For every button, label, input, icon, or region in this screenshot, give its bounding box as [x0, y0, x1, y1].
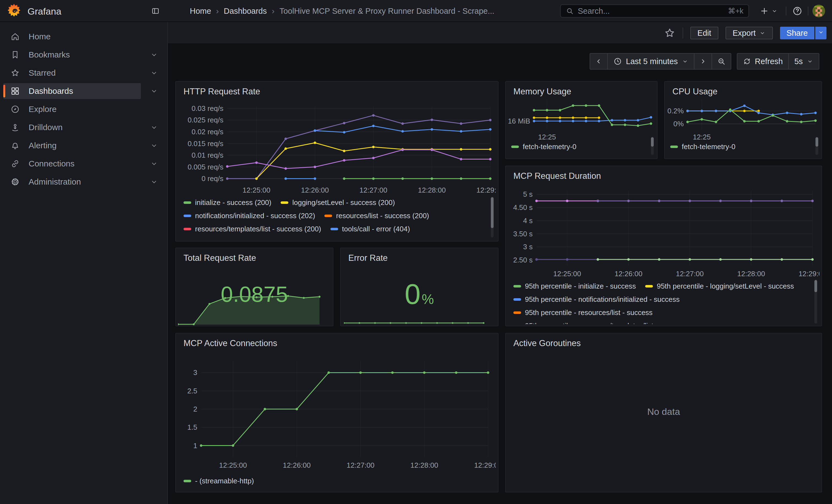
- legend-item[interactable]: 95th percentile - logging/setLevel - suc…: [645, 282, 794, 291]
- legend-item[interactable]: 95th percentile - initialize - success: [513, 282, 636, 291]
- panel-title[interactable]: Error Rate: [348, 253, 388, 263]
- chevron-down-icon[interactable]: [141, 87, 167, 95]
- panel-error-rate: Error Rate 0%: [340, 247, 498, 326]
- sidebar-item-label: Drilldown: [29, 123, 62, 132]
- time-back-button[interactable]: [590, 53, 608, 70]
- svg-text:0.2%: 0.2%: [668, 107, 684, 115]
- legend-item[interactable]: 95th percentile - notifications/initiali…: [513, 295, 680, 304]
- plus-icon: [760, 6, 769, 16]
- legend-item[interactable]: 95th percentile - resources/templates/li…: [513, 322, 686, 324]
- divider: [808, 7, 808, 16]
- sidebar-item-connections[interactable]: Connections: [0, 155, 167, 173]
- clock-icon: [613, 57, 622, 66]
- panel-title[interactable]: CPU Usage: [672, 87, 718, 97]
- sidebar-toggle-button[interactable]: [150, 5, 161, 17]
- panel-title[interactable]: Total Request Rate: [183, 253, 256, 263]
- http-request-rate-chart: 0 req/s0.005 req/s0.01 req/s0.015 req/s0…: [179, 104, 496, 194]
- legend-label: resources/list - success (200): [336, 212, 429, 220]
- sidebar-item-alerting[interactable]: Alerting: [0, 136, 167, 155]
- legend-item[interactable]: 95th percentile - resources/list - succe…: [513, 309, 653, 317]
- legend-item[interactable]: resources/templates/list - success (200): [183, 225, 321, 233]
- share-menu-caret[interactable]: [814, 27, 827, 39]
- svg-text:0.03 req/s: 0.03 req/s: [191, 104, 224, 112]
- time-forward-button[interactable]: [695, 53, 712, 70]
- svg-text:2.5: 2.5: [187, 387, 197, 395]
- breadcrumb: Home›Dashboards›ToolHive MCP Server & Pr…: [190, 0, 494, 22]
- mcp-request-duration-chart: 2.50 s3 s3.50 s4 s4.50 s5 s12:25:0012:26…: [509, 186, 820, 278]
- memory-usage-chart: 16 MiB12:25: [508, 96, 656, 140]
- legend-item[interactable]: fetch-telemetry-0: [511, 142, 576, 151]
- avatar[interactable]: [812, 5, 825, 17]
- legend-swatch: [324, 215, 332, 217]
- search-input[interactable]: [578, 7, 724, 16]
- sidebar-item-administration[interactable]: Administration: [0, 173, 167, 191]
- legend-label: - (streamable-http): [195, 477, 254, 485]
- help-button[interactable]: [790, 5, 805, 17]
- legend-item[interactable]: logging/setLevel - success (200): [281, 198, 395, 207]
- legend-scrollbar[interactable]: [814, 280, 817, 323]
- mcp-active-connections-chart: 11.522.5312:25:0012:26:0012:27:0012:28:0…: [179, 353, 496, 474]
- link-icon: [10, 159, 20, 168]
- star-favorite-button[interactable]: [664, 27, 675, 39]
- panel-active-goroutines: Active Goroutines No data: [505, 333, 822, 493]
- panel-title[interactable]: Memory Usage: [513, 87, 571, 97]
- sidebar-item-starred[interactable]: Starred: [0, 64, 167, 82]
- panel-title[interactable]: MCP Active Connections: [183, 338, 277, 348]
- sidebar-item-home[interactable]: Home: [0, 27, 167, 46]
- avatar-pixel-art: [812, 5, 825, 17]
- export-button[interactable]: Export: [726, 27, 773, 39]
- time-range-picker[interactable]: Last 5 minutes: [608, 53, 695, 70]
- chart-legend: - (streamable-http): [183, 474, 486, 490]
- panel-cpu-usage: CPU Usage 0.2%0%12:25 fetch-telemetry-0: [664, 81, 822, 159]
- stat-value: 0%: [341, 278, 498, 311]
- panel-title[interactable]: Active Goroutines: [513, 338, 581, 348]
- sidebar-item-explore[interactable]: Explore: [0, 100, 167, 118]
- legend-item[interactable]: fetch-telemetry-0: [670, 142, 735, 151]
- breadcrumb-item[interactable]: Home: [190, 7, 211, 16]
- chevron-down-icon[interactable]: [141, 141, 167, 150]
- edit-button[interactable]: Edit: [690, 27, 718, 39]
- svg-text:12:25: 12:25: [693, 133, 711, 140]
- legend-swatch: [281, 202, 288, 204]
- legend-scrollbar[interactable]: [651, 137, 654, 155]
- sidebar-item-label: Dashboards: [29, 86, 73, 96]
- chart-legend: fetch-telemetry-0: [670, 140, 810, 155]
- chevron-down-icon[interactable]: [141, 69, 167, 77]
- zoom-out-button[interactable]: [712, 53, 731, 70]
- chevron-down-icon: [807, 58, 813, 65]
- refresh-group: Refresh 5s: [737, 53, 820, 70]
- sidebar-item-bookmarks[interactable]: Bookmarks: [0, 46, 167, 64]
- legend-item[interactable]: notifications/initialized - success (202…: [183, 212, 315, 220]
- legend-label: 95th percentile - resources/list - succe…: [525, 309, 653, 317]
- svg-text:0.015 req/s: 0.015 req/s: [188, 139, 224, 148]
- share-button[interactable]: Share: [780, 27, 814, 39]
- chevron-down-icon[interactable]: [141, 51, 167, 59]
- search-box[interactable]: ⌘+k: [560, 4, 749, 18]
- svg-text:12:25: 12:25: [538, 133, 556, 140]
- legend-item[interactable]: - (streamable-http): [183, 477, 254, 485]
- refresh-icon: [743, 57, 751, 65]
- sidebar-item-dashboards[interactable]: Dashboards: [0, 82, 167, 100]
- chevron-down-icon[interactable]: [141, 178, 167, 186]
- chevron-down-icon[interactable]: [141, 160, 167, 168]
- breadcrumb-item[interactable]: Dashboards: [224, 7, 267, 16]
- legend-item[interactable]: initialize - success (200): [183, 198, 271, 207]
- legend-scrollbar[interactable]: [491, 197, 494, 237]
- svg-text:12:27:00: 12:27:00: [347, 461, 374, 469]
- legend-swatch: [513, 312, 521, 314]
- sidebar-item-label: Connections: [29, 159, 75, 168]
- legend-item[interactable]: tools/call - error (404): [331, 225, 410, 233]
- panel-title[interactable]: MCP Request Duration: [513, 171, 601, 181]
- refresh-interval-picker[interactable]: 5s: [789, 53, 820, 70]
- svg-text:12:28:00: 12:28:00: [418, 186, 446, 194]
- legend-swatch: [511, 145, 519, 148]
- refresh-button[interactable]: Refresh: [737, 53, 789, 70]
- add-button[interactable]: [757, 5, 780, 17]
- divider: [786, 7, 786, 16]
- sidebar-item-drilldown[interactable]: Drilldown: [0, 118, 167, 136]
- panel-title[interactable]: HTTP Request Rate: [183, 87, 260, 97]
- legend-scrollbar[interactable]: [815, 137, 818, 155]
- legend-label: logging/setLevel - success (200): [292, 198, 395, 207]
- legend-item[interactable]: resources/list - success (200): [324, 212, 429, 220]
- chevron-down-icon[interactable]: [141, 123, 167, 132]
